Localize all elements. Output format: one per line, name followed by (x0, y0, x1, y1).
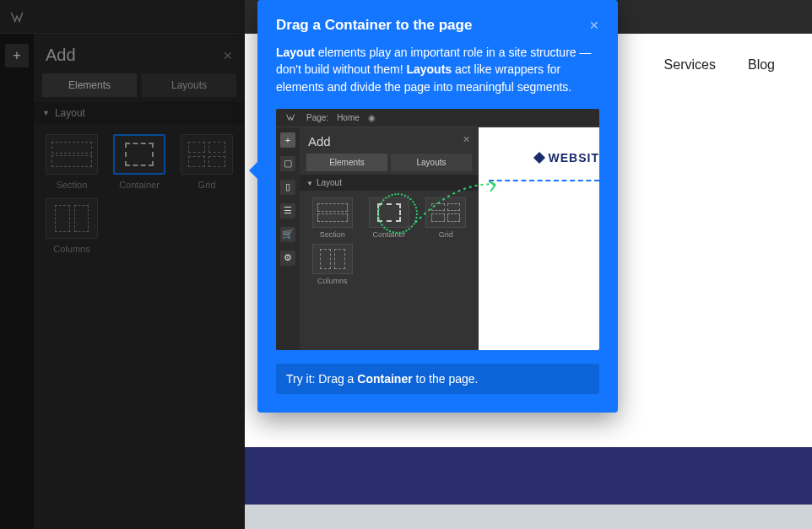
preview-tab-layouts: Layouts (391, 154, 472, 171)
component-grid: Section Container Grid Columns (34, 124, 245, 264)
component-container[interactable]: Container (110, 134, 169, 190)
component-label: Columns (53, 244, 89, 254)
tutorial-popover: Drag a Container to the page ✕ Layout el… (257, 0, 618, 413)
db-icon: ☰ (280, 203, 295, 219)
hero-band (245, 447, 812, 505)
preview-left-rail: + ▢ ▯ ☰ 🛒 ⚙ (276, 127, 300, 350)
preview-page-label: Page: (306, 113, 328, 122)
preview-site-title-text: WEBSIT (549, 151, 599, 165)
close-icon[interactable]: ✕ (589, 19, 599, 32)
close-icon: ✕ (463, 134, 470, 148)
webflow-logo-icon (283, 112, 298, 122)
popover-title: Drag a Container to the page (276, 17, 472, 34)
close-icon[interactable]: ✕ (223, 49, 233, 62)
popover-arrow-icon (249, 162, 257, 179)
cart-icon: 🛒 (280, 227, 295, 242)
grid-icon (181, 134, 233, 175)
component-section[interactable]: Section (42, 134, 101, 190)
component-label: Grid (198, 180, 216, 190)
preview-add-title: Add (308, 134, 331, 148)
preview-canvas: WEBSIT (479, 127, 599, 350)
layout-section-header[interactable]: ▼ Layout (34, 102, 245, 124)
box-icon: ▢ (280, 156, 295, 171)
component-label: Container (119, 180, 160, 190)
tryit-bar: Try it: Drag a Container to the page. (276, 364, 599, 394)
preview-add-panel: Add ✕ Elements Layouts ▼Layout Section C… (300, 127, 479, 350)
grid-icon (425, 197, 466, 228)
popover-body: Layout elements play an important role i… (276, 44, 599, 95)
preview-page-name: Home (337, 113, 360, 122)
tryit-bold: Container (357, 372, 412, 386)
popover-kw-layout: Layout (276, 46, 315, 59)
component-label: Section (57, 180, 88, 190)
tryit-prefix: Try it: Drag a (286, 372, 357, 386)
preview-section-label: Layout (317, 178, 342, 187)
layout-section-label: Layout (55, 107, 85, 119)
nav-link-blog[interactable]: Blog (748, 57, 775, 73)
nav-link-services[interactable]: Services (664, 57, 716, 73)
page-icon: ▯ (280, 180, 295, 195)
caret-down-icon: ▼ (42, 109, 50, 117)
component-columns[interactable]: Columns (42, 198, 101, 254)
component-grid[interactable]: Grid (177, 134, 236, 190)
tab-elements[interactable]: Elements (42, 73, 137, 97)
container-icon (369, 197, 409, 228)
tutorial-preview: Page: Home ◉ + ▢ ▯ ☰ 🛒 ⚙ Add ✕ Elements … (276, 109, 599, 350)
add-panel-title: Add (46, 46, 76, 65)
left-rail: + (0, 34, 34, 529)
columns-icon (46, 198, 98, 239)
add-element-button[interactable]: + (5, 44, 29, 67)
footer-band (245, 505, 812, 529)
section-icon (312, 197, 353, 228)
popover-kw-layouts: Layouts (406, 62, 452, 76)
tab-layouts[interactable]: Layouts (142, 73, 236, 97)
section-icon (46, 134, 98, 175)
container-icon (113, 134, 165, 175)
columns-icon (312, 244, 353, 274)
preview-topbar: Page: Home ◉ (276, 109, 599, 127)
gear-icon: ⚙ (280, 251, 295, 266)
drop-target-line (489, 180, 599, 181)
webflow-logo-icon[interactable] (0, 0, 34, 34)
tryit-suffix: to the page. (413, 372, 479, 386)
add-panel-tabs: Elements Layouts (34, 73, 245, 97)
add-panel: Add ✕ Elements Layouts ▼ Layout Section … (34, 34, 245, 529)
preview-tab-elements: Elements (306, 154, 387, 171)
eye-icon: ◉ (368, 113, 376, 122)
diamond-icon (533, 152, 544, 164)
plus-icon: + (280, 132, 295, 148)
preview-site-title: WEBSIT (535, 151, 599, 165)
